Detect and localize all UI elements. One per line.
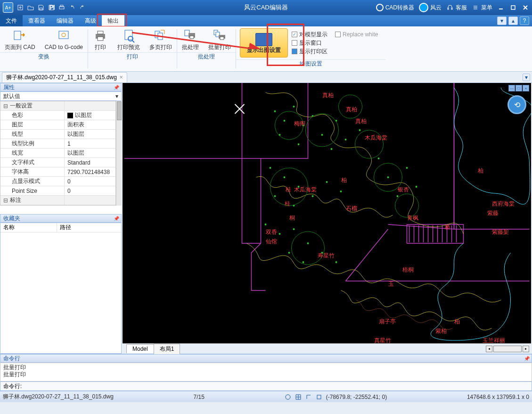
document-tab[interactable]: 狮子林.dwg2020-07-27_11_11_38_015.dwg×	[2, 72, 127, 83]
tab-editor[interactable]: 编辑器	[51, 15, 79, 26]
prop-row[interactable]: 图层面积表	[0, 120, 115, 130]
prop-key: 字体高	[0, 167, 65, 176]
cad-to-gcode-button[interactable]: CAD to G-code	[40, 26, 88, 52]
svg-text:柏: 柏	[454, 318, 460, 325]
grid-section[interactable]: ⊟标注	[0, 196, 115, 205]
svg-point-27	[284, 120, 286, 122]
svg-point-44	[326, 181, 328, 183]
support-button[interactable]: 客服	[446, 4, 467, 12]
scrollbar[interactable]	[116, 101, 122, 206]
svg-text:真柏: 真柏	[322, 92, 334, 99]
layer-toggle-icon[interactable]: ▾	[497, 17, 507, 25]
open-icon[interactable]	[26, 3, 35, 12]
svg-point-51	[303, 261, 304, 263]
scroll-track[interactable]	[493, 346, 522, 352]
expand-tabs-icon[interactable]: ▾	[523, 74, 530, 81]
ortho-icon[interactable]	[305, 394, 312, 400]
pin-icon[interactable]: 📌	[114, 85, 119, 90]
canvas-close-icon[interactable]: ×	[523, 85, 529, 91]
redo-icon[interactable]	[78, 3, 87, 12]
prop-row[interactable]: 线宽以图层	[0, 149, 115, 158]
checkbox-icon	[292, 32, 297, 37]
show-window-label: 显示窗口	[299, 39, 322, 47]
save-icon[interactable]	[37, 3, 45, 12]
prop-row[interactable]: 字体高7290.702148438	[0, 167, 115, 177]
checkbox-icon	[335, 32, 341, 37]
prop-row[interactable]: 线型比例1	[0, 139, 115, 149]
osnap-icon[interactable]	[316, 394, 322, 400]
command-input[interactable]: 命令行:	[0, 381, 532, 391]
properties-grid: ⊟一般设置 色彩以图层 图层面积表 线型以图层 线型比例1 线宽以图层 文字样式…	[0, 101, 116, 206]
grid-section[interactable]: ⊟一般设置	[0, 101, 115, 111]
annotation-label: 标注	[10, 196, 21, 204]
prop-key: 图层	[0, 120, 65, 129]
svg-point-54	[378, 157, 380, 159]
prop-val: 以图层	[75, 111, 92, 119]
saveas-icon[interactable]: PDF	[47, 3, 56, 12]
replace-white-check[interactable]: Replace white	[335, 30, 378, 39]
prop-row[interactable]: 色彩以图层	[0, 111, 115, 120]
tab-output[interactable]: 输出	[102, 15, 124, 26]
title-bar: A+ PDF 风云CAD编辑器 CAD转换器 风云 客服 菜单	[0, 0, 532, 15]
properties-selector[interactable]: 默认值▾	[0, 91, 122, 101]
tab-advanced[interactable]: 高级	[79, 15, 102, 26]
print-icon[interactable]	[57, 3, 66, 12]
print-area-check[interactable]: 显示打印区	[292, 47, 327, 56]
ribbon-minimize-icon[interactable]: ▴	[508, 17, 518, 25]
scroll-right-icon[interactable]: ▸	[523, 346, 529, 352]
svg-text:仙馆: 仙馆	[266, 238, 277, 245]
tab-viewer[interactable]: 查看器	[23, 15, 51, 26]
prop-row[interactable]: 线型以图层	[0, 130, 115, 139]
tab-file[interactable]: 文件	[0, 15, 23, 26]
menu-button[interactable]: 菜单	[472, 4, 492, 12]
left-panel: 属性📌 默认值▾ ⊟一般设置 色彩以图层 图层面积表 线型以图层 线型比例1 线…	[0, 83, 122, 354]
pin-icon[interactable]: 📌	[114, 216, 119, 221]
print-group-label: 打印	[88, 52, 177, 61]
scroll-left-icon[interactable]: ◂	[486, 346, 492, 352]
brand-button[interactable]: 风云	[419, 3, 442, 12]
svg-text:玉: 玉	[388, 281, 394, 287]
model-display-check[interactable]: 对模型显示	[292, 30, 327, 39]
prop-row[interactable]: Point Size0	[0, 186, 115, 196]
svg-text:真柏: 真柏	[355, 118, 367, 124]
show-window-check[interactable]: 显示窗口	[292, 39, 327, 47]
close-tab-icon[interactable]: ×	[120, 74, 123, 81]
print-button[interactable]: 打印	[88, 26, 113, 52]
close-button[interactable]	[522, 4, 529, 11]
svg-point-10	[62, 33, 65, 37]
model-tab[interactable]: Model	[126, 344, 154, 353]
canvas-max-icon[interactable]: □	[516, 85, 522, 91]
cad-converter-button[interactable]: CAD转换器	[376, 4, 414, 12]
command-prompt: 命令行:	[3, 382, 22, 390]
svg-rect-4	[60, 5, 63, 7]
command-title: 命令行	[3, 355, 20, 363]
view-cube-icon: ⟲	[507, 95, 526, 114]
prop-row[interactable]: 点显示模式0	[0, 177, 115, 186]
svg-point-26	[274, 110, 276, 112]
svg-text:寿星竹: 寿星竹	[318, 252, 335, 259]
snap-icon[interactable]	[285, 394, 291, 400]
undo-icon[interactable]	[68, 3, 76, 12]
grid-icon[interactable]	[295, 394, 302, 400]
help-icon[interactable]: ?	[520, 17, 529, 25]
maximize-button[interactable]	[509, 4, 517, 11]
scroll-thumb[interactable]	[117, 101, 122, 120]
drawing-canvas[interactable]: 真柏梅阁真柏真柏木瓜海棠柏柏桂桂桐木瓜海棠银杏石榴西府海棠紫藤青枫桥紫藤架双香仙…	[123, 83, 531, 354]
svg-text:桂: 桂	[285, 186, 291, 193]
prop-key: Point Size	[0, 186, 65, 195]
convert-group-label: 变换	[0, 52, 88, 61]
pin-icon[interactable]: 📌	[524, 356, 530, 361]
svg-text:紫藤架: 紫藤架	[492, 229, 509, 235]
page-to-cad-button[interactable]: 页面到 CAD	[0, 26, 40, 52]
minimize-button[interactable]	[497, 4, 505, 11]
svg-point-66	[395, 194, 419, 217]
prop-row[interactable]: 文字样式Standard	[0, 158, 115, 167]
new-icon[interactable]	[16, 3, 25, 12]
layout1-tab[interactable]: 布局1	[154, 344, 180, 354]
svg-text:木瓜海棠: 木瓜海棠	[294, 186, 317, 193]
svg-point-33	[321, 134, 323, 136]
view-cube[interactable]: ⟲	[507, 95, 526, 114]
svg-text:银杏: 银杏	[397, 186, 409, 193]
draw-settings-group-label: 绘图设置	[236, 59, 385, 68]
canvas-min-icon[interactable]: —	[508, 85, 515, 91]
